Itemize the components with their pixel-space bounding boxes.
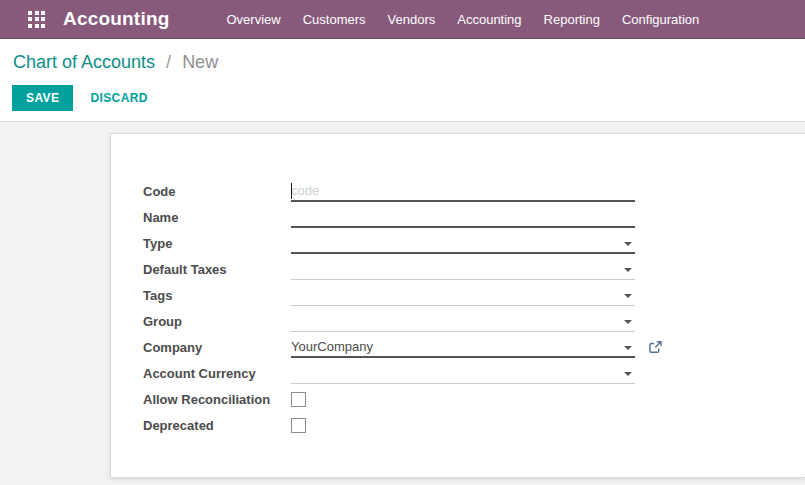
action-buttons: SAVE DISCARD [12,85,148,111]
form-row-code: Code [111,178,805,204]
form-row-default-taxes: Default Taxes [111,256,805,282]
chevron-down-icon [624,268,632,272]
external-link-icon [648,340,663,355]
control-panel: Chart of Accounts / New SAVE DISCARD [0,39,805,122]
account-form: Code Name Type [111,134,805,438]
form-row-company: Company YourCompany [111,334,805,360]
group-select[interactable] [291,311,635,332]
default-taxes-select[interactable] [291,259,635,280]
breadcrumb: Chart of Accounts / New [13,52,218,73]
field-label-company: Company [143,340,291,355]
company-select[interactable]: YourCompany [291,337,635,358]
tags-select[interactable] [291,285,635,306]
nav-item-configuration[interactable]: Configuration [611,0,710,39]
name-input[interactable] [291,207,635,226]
code-input[interactable] [291,181,635,200]
top-menu: Overview Customers Vendors Accounting Re… [216,0,711,38]
field-label-code: Code [143,184,291,199]
nav-item-reporting[interactable]: Reporting [533,0,611,39]
nav-item-vendors[interactable]: Vendors [377,0,447,39]
company-select-value: YourCompany [291,337,635,357]
chevron-down-icon [624,346,632,350]
chevron-down-icon [624,242,632,246]
field-label-allow-reconciliation: Allow Reconciliation [143,392,291,407]
chevron-down-icon [624,294,632,298]
field-label-name: Name [143,210,291,225]
app-title: Accounting [63,8,170,30]
nav-item-overview[interactable]: Overview [216,0,292,39]
form-row-deprecated: Deprecated [111,412,805,438]
form-row-allow-reconciliation: Allow Reconciliation [111,386,805,412]
field-label-group: Group [143,314,291,329]
chevron-down-icon [624,320,632,324]
breadcrumb-current: New [182,52,218,72]
account-currency-select[interactable] [291,363,635,384]
field-label-account-currency: Account Currency [143,366,291,381]
form-row-group: Group [111,308,805,334]
field-label-type: Type [143,236,291,251]
form-sheet: Code Name Type [110,133,805,478]
code-field [291,181,635,202]
text-cursor [291,183,292,199]
external-link-button[interactable] [647,339,663,355]
nav-item-accounting[interactable]: Accounting [446,0,532,39]
name-field [291,207,635,228]
form-row-tags: Tags [111,282,805,308]
allow-reconciliation-checkbox[interactable] [291,392,306,407]
top-navbar: Accounting Overview Customers Vendors Ac… [0,0,805,39]
form-row-name: Name [111,204,805,230]
field-label-tags: Tags [143,288,291,303]
save-button[interactable]: SAVE [12,85,73,111]
form-row-type: Type [111,230,805,256]
type-select[interactable] [291,233,635,254]
field-label-default-taxes: Default Taxes [143,262,291,277]
breadcrumb-separator: / [160,52,177,72]
breadcrumb-parent-link[interactable]: Chart of Accounts [13,52,155,72]
field-label-deprecated: Deprecated [143,418,291,433]
apps-menu-icon[interactable] [28,11,45,28]
form-row-account-currency: Account Currency [111,360,805,386]
discard-button[interactable]: DISCARD [90,91,147,105]
chevron-down-icon [624,372,632,376]
content-area: Code Name Type [0,122,805,485]
nav-item-customers[interactable]: Customers [292,0,377,39]
deprecated-checkbox[interactable] [291,418,306,433]
